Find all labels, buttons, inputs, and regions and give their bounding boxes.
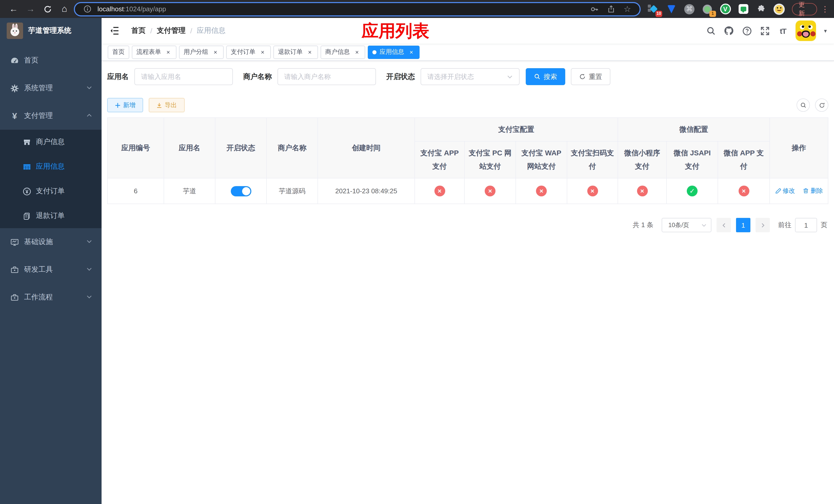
- browser-profile-avatar[interactable]: [773, 3, 785, 15]
- sidebar-item-label: 支付订单: [36, 187, 65, 196]
- help-icon[interactable]: [742, 26, 752, 36]
- wechat-lite-pay-status-icon: ×: [637, 186, 648, 197]
- add-button[interactable]: 新增: [107, 98, 143, 112]
- sidebar: 芋道管理系统 首页 系统管理 ¥ 支付管理: [0, 18, 102, 504]
- browser-update-button[interactable]: 更新: [792, 3, 817, 15]
- extension-command-icon[interactable]: ⌘: [684, 3, 695, 15]
- sidebar-collapse-icon[interactable]: [109, 25, 120, 37]
- tab-refund-orders[interactable]: 退款订单×: [273, 45, 318, 59]
- page-number-1[interactable]: 1: [736, 218, 750, 232]
- tab-pay-orders[interactable]: 支付订单×: [226, 45, 271, 59]
- tab-close-icon[interactable]: ×: [353, 48, 360, 55]
- sidebar-item-system[interactable]: 系统管理: [0, 74, 102, 102]
- browser-menu-icon[interactable]: ⋮: [821, 4, 829, 14]
- tab-close-icon[interactable]: ×: [408, 48, 415, 55]
- merchant-name-input[interactable]: [278, 68, 376, 85]
- edit-button[interactable]: 修改: [775, 187, 795, 196]
- enabled-toggle[interactable]: [231, 186, 251, 196]
- chevron-down-icon: [86, 265, 92, 274]
- briefcase-icon: [10, 293, 19, 302]
- tab-close-icon[interactable]: ×: [259, 48, 266, 55]
- bookmark-star-icon[interactable]: ☆: [621, 3, 633, 15]
- search-button[interactable]: 搜索: [526, 68, 565, 85]
- cell-created: 2021-10-23 08:49:25: [318, 178, 415, 204]
- browser-toolbar: ← → ⌂ localhost:1024/pay/app ☆ 10 ⌘ 1 V: [0, 0, 834, 18]
- sidebar-menu: 首页 系统管理 ¥ 支付管理 商户信息: [0, 44, 102, 311]
- sidebar-item-home[interactable]: 首页: [0, 47, 102, 74]
- sidebar-item-infrastructure[interactable]: 基础设施: [0, 228, 102, 256]
- refresh-table-button[interactable]: [815, 98, 828, 112]
- extension-kite-icon[interactable]: [666, 3, 677, 15]
- password-key-icon[interactable]: [588, 3, 601, 15]
- sidebar-item-label: 支付管理: [24, 111, 53, 120]
- address-bar[interactable]: localhost:1024/pay/app ☆: [74, 2, 641, 16]
- user-avatar[interactable]: [796, 21, 816, 41]
- tab-home[interactable]: 首页: [108, 45, 129, 59]
- tab-close-icon[interactable]: ×: [212, 48, 219, 55]
- font-size-icon[interactable]: tT: [778, 26, 788, 36]
- app-name-input[interactable]: [134, 68, 233, 85]
- goto-page-input[interactable]: [795, 218, 817, 232]
- extension-v-icon[interactable]: V: [720, 3, 731, 15]
- sidebar-item-label: 系统管理: [24, 84, 53, 93]
- sidebar-item-merchant-info[interactable]: 商户信息: [0, 130, 102, 154]
- add-button-label: 新增: [123, 101, 135, 110]
- enable-status-select[interactable]: 请选择开启状态: [421, 68, 520, 85]
- chevron-down-icon: [701, 222, 707, 228]
- cell-alipay-pc: ×: [464, 178, 516, 204]
- show-search-button[interactable]: [796, 98, 810, 112]
- reset-button[interactable]: 重置: [571, 68, 610, 85]
- sidebar-item-dev-tools[interactable]: 研发工具: [0, 256, 102, 283]
- alipay-pc-pay-status-icon: ×: [485, 186, 496, 197]
- tab-app-info[interactable]: 应用信息×: [368, 45, 420, 59]
- breadcrumb-payment[interactable]: 支付管理: [157, 26, 186, 36]
- prev-page-button[interactable]: [717, 218, 731, 232]
- sidebar-item-refund-orders[interactable]: 退款订单: [0, 204, 102, 228]
- cell-wechat-app: ×: [718, 178, 770, 204]
- col-group-alipay: 支付宝配置: [415, 118, 618, 141]
- site-info-icon[interactable]: [81, 3, 93, 15]
- share-icon[interactable]: [605, 3, 617, 15]
- sidebar-logo[interactable]: 芋道管理系统: [0, 18, 102, 44]
- tab-label: 流程表单: [136, 48, 161, 56]
- browser-forward-button[interactable]: →: [22, 2, 39, 16]
- monitor-icon: [10, 238, 19, 246]
- url-text[interactable]: localhost:1024/pay/app: [97, 5, 584, 13]
- page-size-select[interactable]: 10条/页: [662, 218, 711, 232]
- browser-extensions: 10 ⌘ 1 V: [648, 3, 785, 15]
- col-header-alipay-wap: 支付宝 WAP 网站支付: [516, 141, 567, 178]
- extension-chat-icon[interactable]: [738, 3, 749, 15]
- grid-icon: [23, 162, 31, 171]
- extensions-puzzle-icon[interactable]: [755, 3, 767, 15]
- fullscreen-icon[interactable]: [760, 26, 770, 36]
- browser-reload-button[interactable]: [39, 2, 56, 16]
- alipay-app-pay-status-icon: ×: [434, 186, 445, 197]
- sidebar-item-pay-orders[interactable]: 支付订单: [0, 179, 102, 204]
- avatar-caret-icon[interactable]: ▾: [824, 27, 827, 34]
- sidebar-item-app-info[interactable]: 应用信息: [0, 154, 102, 179]
- sidebar-item-workflow[interactable]: 工作流程: [0, 283, 102, 311]
- sidebar-item-payment[interactable]: ¥ 支付管理: [0, 102, 102, 130]
- col-header-wechat-jsapi: 微信 JSAPI 支付: [666, 141, 718, 178]
- tab-close-icon[interactable]: ×: [164, 48, 172, 55]
- tab-user-group[interactable]: 用户分组×: [179, 45, 224, 59]
- github-icon[interactable]: [724, 26, 734, 36]
- breadcrumb-home[interactable]: 首页: [131, 26, 146, 36]
- extension-green-dot-icon[interactable]: 1: [702, 3, 713, 15]
- browser-back-button[interactable]: ←: [5, 2, 22, 16]
- refresh-icon: [579, 73, 586, 80]
- reset-button-label: 重置: [589, 72, 602, 81]
- extension-blue-diamond-icon[interactable]: 10: [648, 3, 659, 15]
- tab-process-form[interactable]: 流程表单×: [132, 45, 176, 59]
- delete-button[interactable]: 删除: [803, 187, 823, 196]
- tab-close-icon[interactable]: ×: [306, 48, 313, 55]
- cell-app-id: 6: [107, 178, 164, 204]
- tab-merchant-info[interactable]: 商户信息×: [321, 45, 365, 59]
- col-header-wechat-app: 微信 APP 支付: [718, 141, 770, 178]
- export-button[interactable]: 导出: [149, 98, 185, 112]
- toolbox-icon: [10, 265, 19, 274]
- next-page-button[interactable]: [755, 218, 770, 232]
- chevron-down-icon: [86, 237, 92, 247]
- search-icon[interactable]: [706, 26, 716, 36]
- browser-home-button[interactable]: ⌂: [56, 2, 73, 16]
